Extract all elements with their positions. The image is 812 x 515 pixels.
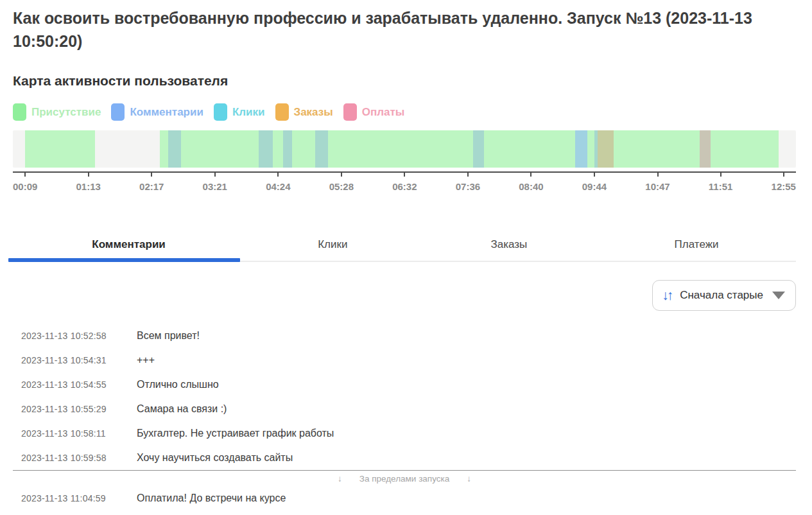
axis-tick-cell: 09:44 [582, 173, 607, 192]
legend-item-presence: Присутствие [13, 103, 101, 121]
comment-row: 2023-11-13 10:59:58Хочу научиться создав… [13, 446, 796, 470]
tab-payments[interactable]: Платежи [597, 231, 796, 262]
tick-label: 02:17 [139, 181, 164, 192]
tick-label: 03:21 [203, 181, 227, 192]
down-arrow-icon: ↓ [467, 474, 471, 484]
axis-tick-cell: 08:40 [519, 173, 543, 192]
comment-row: 2023-11-13 10:58:11Бухгалтер. Не устраив… [13, 421, 796, 446]
tick-label: 00:09 [13, 181, 37, 192]
activity-segment-clicks_overlay [168, 130, 181, 168]
comment-timestamp: 2023-11-13 10:58:11 [21, 428, 116, 439]
axis-tick-cell: 04:24 [266, 173, 290, 192]
tick-mark [530, 173, 531, 177]
time-axis-labels: 00:0901:1302:1703:2104:2405:2806:3207:36… [13, 173, 796, 192]
activity-segment-mixed_overlay [700, 130, 711, 168]
tabs-bar: КомментарииКликиЗаказыПлатежи [13, 231, 796, 262]
legend: ПрисутствиеКомментарииКликиЗаказыОплаты [13, 103, 796, 121]
chevron-down-icon [772, 292, 785, 299]
axis-tick-cell: 12:55 [772, 173, 796, 192]
comment-row: 2023-11-13 10:55:29Самара на связи :) [13, 397, 796, 421]
comment-text: Самара на связи :) [137, 403, 227, 415]
tick-mark [88, 173, 89, 177]
legend-label: Оплаты [362, 106, 405, 119]
tick-mark [341, 173, 342, 177]
comments-before: 2023-11-13 10:52:58Всем привет!2023-11-1… [13, 324, 796, 470]
legend-label: Заказы [294, 106, 333, 119]
comment-text: Всем привет! [137, 330, 200, 342]
activity-segment-comments_overlay [575, 130, 587, 168]
activity-segment-empty [13, 130, 25, 168]
tab-clicks[interactable]: Клики [245, 231, 421, 262]
page-title: Как освоить востребованную профессию и з… [13, 6, 796, 53]
activity-segment-clicks_overlay [283, 130, 292, 168]
axis-tick-cell: 03:21 [203, 173, 227, 192]
axis-tick-cell: 00:09 [13, 173, 37, 192]
tick-mark [783, 173, 784, 177]
down-arrow-icon: ↓ [338, 474, 342, 484]
comment-timestamp: 2023-11-13 10:52:58 [21, 331, 116, 341]
activity-segment-presence [587, 130, 594, 168]
activity-segment-clicks_overlay [315, 130, 328, 168]
tick-label: 11:51 [709, 181, 733, 192]
section-title: Карта активности пользователя [13, 73, 796, 89]
legend-item-comments: Комментарии [111, 103, 203, 121]
activity-segment-clicks_overlay [259, 130, 273, 168]
tick-mark [467, 173, 469, 177]
axis-tick-cell: 11:51 [709, 173, 733, 192]
page: Как освоить востребованную профессию и з… [0, 6, 812, 511]
comment-timestamp: 2023-11-13 10:54:55 [21, 380, 116, 390]
tick-label: 12:55 [772, 181, 796, 192]
comments-list: 2023-11-13 10:52:58Всем привет!2023-11-1… [13, 324, 796, 511]
tab-comments[interactable]: Комментарии [13, 231, 245, 262]
comment-timestamp: 2023-11-13 11:04:59 [21, 493, 116, 503]
tab-orders[interactable]: Заказы [421, 231, 598, 262]
comment-text: Бухгалтер. Не устраивает график работы [137, 428, 334, 439]
tick-mark [594, 173, 595, 177]
tick-label: 09:44 [582, 181, 607, 192]
outside-launch-divider: ↓ За пределами запуска ↓ [13, 470, 796, 486]
comment-timestamp: 2023-11-13 10:59:58 [21, 453, 116, 463]
axis-tick-cell: 02:17 [139, 173, 164, 192]
tick-mark [404, 173, 405, 177]
legend-item-payments: Оплаты [343, 103, 405, 121]
legend-label: Клики [232, 106, 265, 119]
activity-segment-presence [181, 130, 259, 168]
comment-row: 2023-11-13 10:52:58Всем привет! [13, 324, 796, 348]
legend-swatch-clicks [214, 103, 227, 121]
activity-segment-empty [779, 130, 796, 168]
activity-segment-presence [273, 130, 283, 168]
activity-segment-presence [328, 130, 473, 168]
comment-text: Отлично слышно [137, 379, 219, 390]
sort-order-label: Сначала старые [680, 289, 763, 302]
axis-tick-cell: 10:47 [645, 173, 669, 192]
legend-swatch-comments [111, 103, 125, 121]
tick-label: 07:36 [456, 181, 480, 192]
tick-mark [277, 173, 279, 177]
axis-tick-cell: 01:13 [76, 173, 101, 192]
comment-text: +++ [137, 354, 155, 366]
tick-mark [151, 173, 152, 177]
legend-label: Комментарии [130, 106, 203, 119]
active-tab-underline [8, 258, 240, 262]
comment-timestamp: 2023-11-13 10:54:31 [21, 355, 116, 365]
legend-item-orders: Заказы [275, 103, 333, 121]
comment-row: 2023-11-13 10:54:55Отлично слышно [13, 372, 796, 397]
tick-label: 01:13 [76, 181, 101, 192]
activity-segment-presence [484, 130, 575, 168]
activity-bar[interactable] [13, 130, 796, 168]
axis-tick-cell: 05:28 [329, 173, 354, 192]
activity-segment-presence [711, 130, 779, 168]
activity-segment-empty [95, 130, 160, 168]
outside-launch-label: За пределами запуска [359, 474, 449, 484]
tick-label: 08:40 [519, 181, 543, 192]
comment-text: Оплатила! До встречи на курсе [137, 493, 286, 504]
tick-mark [657, 173, 659, 177]
legend-swatch-payments [343, 103, 357, 121]
legend-swatch-orders [275, 103, 289, 121]
toolbar: ↓↑ Сначала старые [13, 280, 796, 311]
activity-segment-orders_overlay [598, 130, 614, 168]
tick-label: 04:24 [266, 181, 290, 192]
comment-timestamp: 2023-11-13 10:55:29 [21, 404, 116, 414]
sort-order-button[interactable]: ↓↑ Сначала старые [652, 280, 796, 311]
axis-tick-cell: 06:32 [392, 173, 417, 192]
